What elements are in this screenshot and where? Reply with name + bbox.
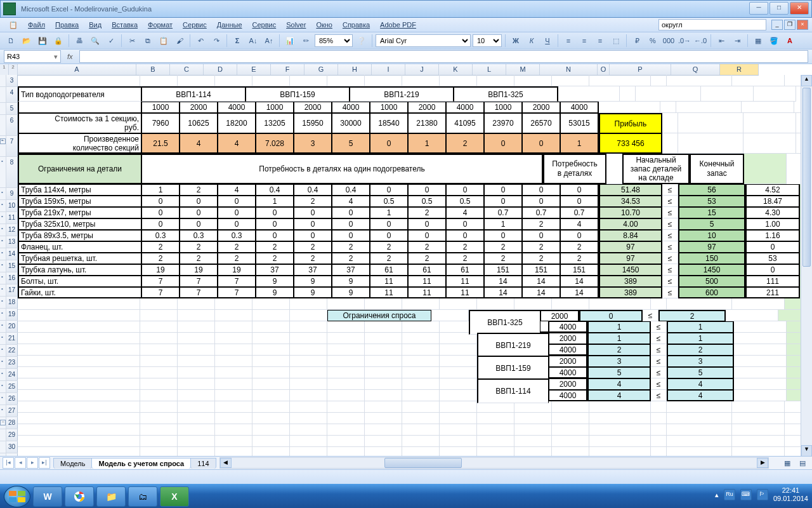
cell-part-7-3[interactable]: 37 [256, 264, 294, 276]
cell-part-7-5[interactable]: 37 [332, 264, 370, 276]
row-header-25[interactable]: 25 [6, 381, 18, 392]
cell-part-9-1[interactable]: 7 [180, 287, 218, 298]
cell-P28[interactable] [667, 401, 732, 413]
cell-cost-7[interactable]: 21380 [408, 113, 446, 133]
cell-C30[interactable] [178, 424, 215, 436]
cell-part-0-0[interactable]: 1 [141, 184, 180, 196]
cell-cost-9[interactable]: 23970 [484, 113, 522, 133]
cell-part-2-5[interactable]: 0 [332, 207, 370, 218]
cell-H27[interactable] [365, 390, 402, 401]
cell-A27[interactable] [18, 390, 140, 401]
cell-Q30[interactable] [732, 424, 785, 436]
cell-demand-op-7[interactable]: ≤ [651, 390, 667, 401]
cell-part-4-7[interactable]: 0 [408, 230, 446, 241]
cell-G22[interactable] [327, 333, 365, 344]
cell-P4[interactable] [636, 86, 701, 102]
cell-G31[interactable] [327, 436, 365, 447]
cell-part-0-2[interactable]: 4 [218, 184, 256, 196]
cell-N5[interactable] [599, 102, 660, 113]
cell-D20[interactable] [215, 310, 252, 321]
cell-C20[interactable] [178, 310, 215, 321]
cell-cost-8[interactable]: 41095 [446, 113, 484, 133]
cell-part-2-3[interactable]: 0 [256, 207, 294, 218]
cell-G28[interactable] [327, 401, 365, 413]
cell-G19[interactable] [327, 298, 365, 310]
cell-F19[interactable] [290, 298, 327, 310]
cell-R4[interactable] [754, 86, 796, 102]
cell-part-4-5[interactable]: 0 [332, 230, 370, 241]
cut-icon[interactable]: ✂ [125, 34, 139, 48]
cell-part-8-1[interactable]: 7 [180, 276, 218, 287]
cell-demand-b-6[interactable]: 4 [667, 378, 734, 390]
cell-part-3-9[interactable]: 1 [484, 218, 522, 230]
outline-corner[interactable]: 12 [0, 64, 18, 76]
cell-E24[interactable] [252, 356, 290, 367]
cell-part-1-3[interactable]: 1 [256, 196, 294, 207]
cell-J19[interactable] [440, 298, 477, 310]
cell-B26[interactable] [140, 378, 178, 390]
undo-icon[interactable]: ↶ [193, 34, 207, 48]
cell-H31[interactable] [365, 436, 402, 447]
cell-part-6-10[interactable]: 2 [522, 253, 560, 264]
cell-part-0-11[interactable]: 0 [560, 184, 599, 196]
cell-H3[interactable] [365, 75, 402, 86]
cell-I22[interactable] [402, 333, 440, 344]
cell-O3[interactable] [651, 75, 667, 86]
cell-M28[interactable] [552, 401, 589, 413]
cell-part-6-4[interactable]: 2 [294, 253, 332, 264]
cell-A22[interactable] [18, 333, 140, 344]
tray-lang-icon[interactable]: Ru [724, 489, 735, 500]
cell-F28[interactable] [290, 401, 327, 413]
cell-part-6-2[interactable]: 2 [218, 253, 256, 264]
cell-demand-b-3[interactable]: 2 [667, 344, 734, 356]
cell-part-0-1[interactable]: 2 [180, 184, 218, 196]
cell-Q28[interactable] [732, 401, 785, 413]
cell-C26[interactable] [178, 378, 215, 390]
cell-G26[interactable] [327, 378, 365, 390]
cell-part-4-2[interactable]: 0.3 [218, 230, 256, 241]
cell-D27[interactable] [215, 390, 252, 401]
cell-part-2-8[interactable]: 4 [446, 207, 484, 218]
cell-P7[interactable] [678, 133, 743, 154]
cell-part-op-4[interactable]: ≤ [662, 230, 678, 241]
cell-E30[interactable] [252, 424, 290, 436]
cell-A19[interactable] [18, 298, 140, 310]
cell-J29[interactable] [440, 413, 477, 424]
cell-K19[interactable] [477, 298, 514, 310]
cell-part-0-7[interactable]: 0 [408, 184, 446, 196]
cell-part-op-2[interactable]: ≤ [662, 207, 678, 218]
cell-part-5-4[interactable]: 2 [294, 241, 332, 253]
cell-P30[interactable] [667, 424, 732, 436]
row-header-9[interactable]: 9 [6, 188, 18, 199]
cell-part-9-9[interactable]: 14 [484, 287, 522, 298]
cell-E29[interactable] [252, 413, 290, 424]
cell-P5[interactable] [676, 102, 742, 113]
cell-part-5-0[interactable]: 2 [141, 241, 180, 253]
cell-part-end-8[interactable]: 111 [745, 276, 800, 287]
cell-P29[interactable] [667, 413, 732, 424]
cell-part-5-11[interactable]: 2 [560, 241, 599, 253]
underline-icon[interactable]: Ч [540, 34, 554, 48]
cell-D30[interactable] [215, 424, 252, 436]
cell-part-stock-9[interactable]: 600 [678, 287, 745, 298]
row-header-5[interactable]: 5 [6, 103, 18, 114]
cell-part-total-2[interactable]: 10.70 [599, 207, 662, 218]
cell-part-8-5[interactable]: 9 [332, 276, 370, 287]
cell-H22[interactable] [365, 333, 402, 344]
cell-part-6-5[interactable]: 2 [332, 253, 370, 264]
cell-part-1-8[interactable]: 0.5 [446, 196, 484, 207]
cell-demand-a-4[interactable]: 3 [587, 356, 651, 367]
cell-part-stock-0[interactable]: 56 [678, 184, 745, 196]
cell-part-2-9[interactable]: 0.7 [484, 207, 522, 218]
cell-demand-b-0[interactable]: 2 [658, 310, 726, 321]
cell-I3[interactable] [402, 75, 440, 86]
cell-size-6[interactable]: 1000 [370, 102, 408, 113]
cell-J28[interactable] [440, 401, 477, 413]
cell-part-op-3[interactable]: ≤ [662, 218, 678, 230]
cell-part-total-8[interactable]: 389 [599, 276, 662, 287]
cell-part-6-7[interactable]: 2 [408, 253, 446, 264]
row-header-24[interactable]: 24 [6, 369, 18, 380]
scroll-left-icon[interactable]: ◀ [220, 458, 232, 468]
cell-part-4-3[interactable]: 0 [256, 230, 294, 241]
scroll-up-icon[interactable]: ▲ [801, 75, 812, 86]
